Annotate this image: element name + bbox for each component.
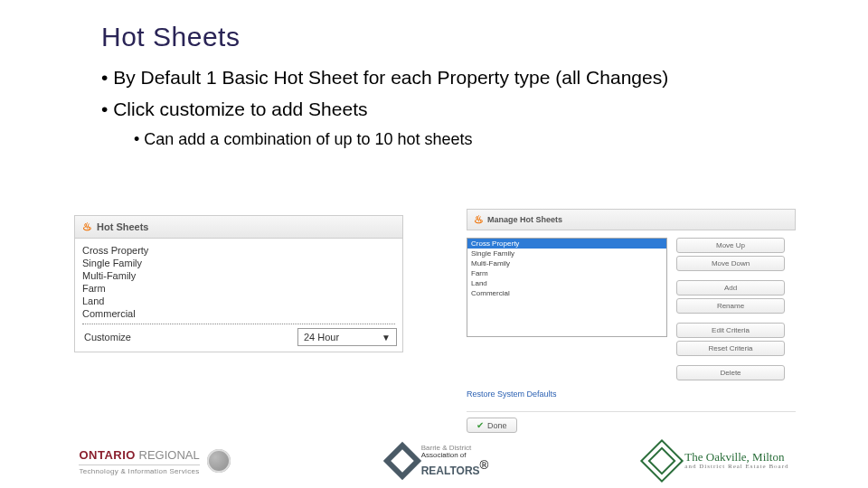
bullet-list: By Default 1 Basic Hot Sheet for each Pr… [101, 65, 752, 150]
move-up-button[interactable]: Move Up [676, 238, 785, 253]
hot-sheets-footer: Customize 24 Hour ▼ [75, 324, 402, 352]
list-item[interactable]: Multi-Family [82, 269, 395, 282]
flame-icon: ♨ [82, 221, 92, 233]
hot-sheets-widget: ♨ Hot Sheets Cross Property Single Famil… [74, 215, 403, 352]
list-item[interactable]: Cross Property [467, 239, 666, 249]
edit-criteria-button[interactable]: Edit Criteria [676, 323, 785, 338]
list-item[interactable]: Single Family [82, 257, 395, 269]
add-button[interactable]: Add [676, 280, 785, 296]
check-icon: ✔ [476, 420, 484, 430]
globe-icon [207, 449, 231, 473]
done-row: ✔ Done [467, 411, 796, 433]
delete-button[interactable]: Delete [676, 365, 785, 380]
list-item[interactable]: Farm [467, 268, 666, 278]
manage-list[interactable]: Cross Property Single Family Multi-Famil… [467, 238, 667, 337]
manage-buttons: Move Up Move Down Add Rename Edit Criter… [676, 238, 785, 380]
flame-icon: ♨ [474, 213, 484, 226]
bullet-2: Click customize to add Sheets [101, 97, 752, 121]
footer-logos: ONTARIO REGIONAL Technology & Informatio… [0, 445, 868, 477]
done-label: Done [487, 421, 507, 430]
logo1-word1: ONTARIO [79, 448, 135, 462]
house-icon [382, 442, 420, 480]
manage-hot-sheets-dialog: ♨ Manage Hot Sheets Cross Property Singl… [467, 209, 796, 433]
logo2-line3: REALTORS [421, 465, 480, 477]
caret-down-icon: ▼ [382, 333, 391, 343]
manage-header-label: Manage Hot Sheets [487, 215, 562, 224]
move-down-button[interactable]: Move Down [676, 256, 785, 271]
lozenge-icon [640, 439, 684, 483]
reset-criteria-button[interactable]: Reset Criteria [676, 341, 785, 356]
logo1-tagline: Technology & Information Services [79, 465, 199, 475]
logo3-line2: and District Real Estate Board [684, 464, 788, 471]
list-item[interactable]: Cross Property [82, 244, 395, 257]
bullet-1: By Default 1 Basic Hot Sheet for each Pr… [101, 65, 752, 89]
time-range-value: 24 Hour [304, 332, 339, 343]
list-item[interactable]: Commercial [467, 288, 666, 298]
list-item[interactable]: Commercial [82, 307, 395, 320]
rename-button[interactable]: Rename [676, 298, 785, 314]
done-button[interactable]: ✔ Done [467, 418, 517, 433]
slide-title: Hot Sheets [101, 22, 240, 52]
logo2-line2: Association of [421, 452, 489, 459]
logo2-reg: ® [480, 458, 489, 472]
logo-barrie-realtors: Barrie & District Association of REALTOR… [389, 445, 489, 477]
list-item[interactable]: Multi-Family [467, 258, 666, 268]
hot-sheets-header-label: Hot Sheets [97, 221, 148, 232]
logo1-word2: REGIONAL [136, 448, 200, 462]
slide: Hot Sheets By Default 1 Basic Hot Sheet … [0, 0, 868, 488]
logo-oakville-milton: The Oakville, Milton and District Real E… [646, 446, 788, 476]
customize-link[interactable]: Customize [80, 330, 135, 344]
bullet-2-sub: Can add a combination of up to 10 hot sh… [134, 129, 752, 150]
list-item[interactable]: Land [467, 278, 666, 288]
restore-defaults-link[interactable]: Restore System Defaults [467, 389, 796, 399]
list-item[interactable]: Farm [82, 282, 395, 295]
hot-sheets-header: ♨ Hot Sheets [75, 216, 402, 239]
list-item[interactable]: Land [82, 295, 395, 307]
time-range-select[interactable]: 24 Hour ▼ [297, 328, 397, 346]
list-item[interactable]: Single Family [467, 249, 666, 258]
hot-sheets-list: Cross Property Single Family Multi-Famil… [75, 239, 402, 324]
manage-header: ♨ Manage Hot Sheets [467, 209, 796, 230]
logo-ontario-regional: ONTARIO REGIONAL Technology & Informatio… [79, 446, 230, 475]
logo3-line1: The Oakville, Milton [684, 451, 788, 464]
